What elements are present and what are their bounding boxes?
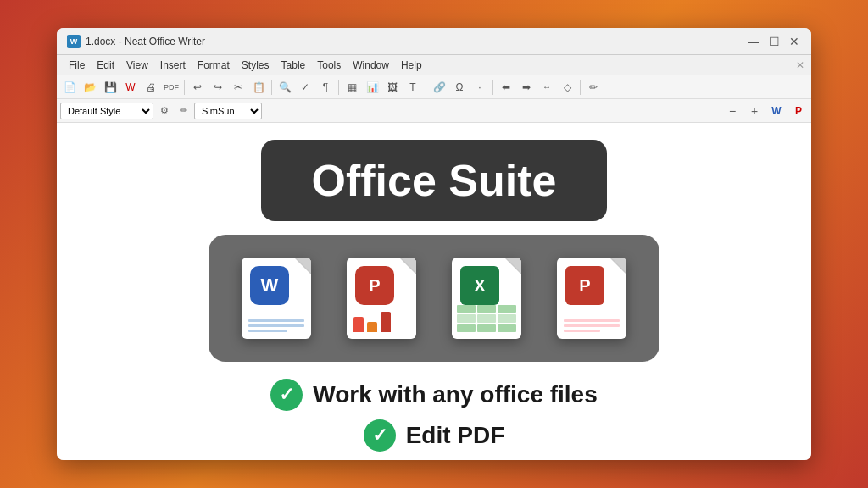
toolbar-main: 📄 📂 💾 W 🖨 PDF ↩ ↪ ✂ 📋 🔍 ✓ ¶ ▦ 📊 🖼 T 🔗 Ω … bbox=[57, 75, 811, 99]
zoom-btn[interactable]: ↔ bbox=[537, 78, 556, 97]
word-icon-btn[interactable]: W bbox=[121, 78, 140, 97]
align-right-btn[interactable]: ➡ bbox=[517, 78, 536, 97]
title-bar: W 1.docx - Neat Office Writer — ☐ ✕ bbox=[57, 28, 811, 55]
word-app-icon[interactable]: W bbox=[234, 252, 319, 345]
sep3 bbox=[338, 80, 339, 95]
office-suite-title: Office Suite bbox=[312, 155, 557, 206]
align-left-btn[interactable]: ⬅ bbox=[497, 78, 515, 97]
ppt-app-icon[interactable]: P bbox=[339, 252, 424, 345]
menu-edit[interactable]: Edit bbox=[92, 58, 120, 73]
content-area: Office Suite W bbox=[57, 123, 811, 460]
style-bar: Default Style ⚙ ✏ SimSun − + W P bbox=[57, 99, 811, 123]
table-btn[interactable]: ▦ bbox=[342, 78, 361, 97]
check-icon-1: ✓ bbox=[270, 379, 303, 411]
menu-insert[interactable]: Insert bbox=[155, 58, 191, 73]
minimize-button[interactable]: — bbox=[747, 35, 760, 48]
close-doc-x[interactable]: ✕ bbox=[796, 59, 804, 71]
menu-styles[interactable]: Styles bbox=[236, 58, 275, 73]
print-btn[interactable]: 🖨 bbox=[142, 78, 160, 97]
zoom-in-btn[interactable]: + bbox=[745, 102, 764, 120]
excel-app-icon[interactable]: X bbox=[444, 252, 529, 345]
window-title: 1.docx - Neat Office Writer bbox=[86, 36, 747, 47]
sep5 bbox=[492, 80, 493, 95]
sep4 bbox=[426, 80, 426, 95]
feature-item-2: ✓ Edit PDF bbox=[364, 419, 505, 452]
style-select[interactable]: Default Style bbox=[60, 103, 153, 119]
style-icon-w[interactable]: W bbox=[767, 102, 786, 120]
pdf-app-icon[interactable]: P bbox=[549, 252, 634, 345]
feature-text-2: Edit PDF bbox=[406, 422, 505, 449]
link-btn[interactable]: 🔗 bbox=[430, 78, 448, 97]
app-icons-container: W P bbox=[209, 235, 659, 362]
sep2 bbox=[271, 80, 272, 95]
text-btn[interactable]: T bbox=[403, 78, 422, 97]
feature-item-1: ✓ Work with any office files bbox=[270, 379, 598, 411]
menu-table[interactable]: Table bbox=[276, 58, 311, 73]
open-btn[interactable]: 📂 bbox=[81, 78, 99, 97]
menu-bar: File Edit View Insert Format Styles Tabl… bbox=[57, 55, 811, 75]
formula-btn[interactable]: · bbox=[470, 78, 489, 97]
app-icon: W bbox=[67, 35, 81, 48]
style-icon1: ⚙ bbox=[157, 103, 172, 119]
style-icon2: ✏ bbox=[175, 103, 191, 119]
cut-btn[interactable]: ✂ bbox=[229, 78, 248, 97]
para-btn[interactable]: ¶ bbox=[316, 78, 335, 97]
check-icon-2: ✓ bbox=[364, 419, 396, 452]
image-btn[interactable]: 🖼 bbox=[383, 78, 402, 97]
copy-btn[interactable]: 📋 bbox=[249, 78, 268, 97]
chart-btn[interactable]: 📊 bbox=[363, 78, 381, 97]
sep1 bbox=[184, 80, 185, 95]
redo-btn[interactable]: ↪ bbox=[209, 78, 227, 97]
zoom-out-btn[interactable]: − bbox=[723, 102, 742, 120]
office-suite-banner: Office Suite bbox=[261, 140, 608, 221]
main-window: W 1.docx - Neat Office Writer — ☐ ✕ File… bbox=[57, 28, 811, 460]
menu-format[interactable]: Format bbox=[192, 58, 235, 73]
window-controls: — ☐ ✕ bbox=[747, 35, 801, 48]
menu-view[interactable]: View bbox=[121, 58, 153, 73]
new-btn[interactable]: 📄 bbox=[60, 78, 79, 97]
font-select[interactable]: SimSun bbox=[194, 103, 262, 119]
omega-btn[interactable]: Ω bbox=[450, 78, 469, 97]
feature-text-1: Work with any office files bbox=[313, 381, 598, 408]
find-btn[interactable]: 🔍 bbox=[275, 78, 294, 97]
spell-btn[interactable]: ✓ bbox=[296, 78, 314, 97]
menu-tools[interactable]: Tools bbox=[312, 58, 346, 73]
pdf-btn[interactable]: PDF bbox=[162, 78, 181, 97]
maximize-button[interactable]: ☐ bbox=[767, 35, 781, 48]
menu-help[interactable]: Help bbox=[396, 58, 427, 73]
draw-btn[interactable]: ✏ bbox=[584, 78, 603, 97]
feature-list: ✓ Work with any office files ✓ Edit PDF bbox=[270, 379, 598, 452]
style-icon-p[interactable]: P bbox=[789, 102, 808, 120]
sep6 bbox=[580, 80, 581, 95]
close-button[interactable]: ✕ bbox=[787, 35, 801, 48]
highlight-btn[interactable]: ◇ bbox=[558, 78, 576, 97]
menu-file[interactable]: File bbox=[64, 58, 90, 73]
undo-btn[interactable]: ↩ bbox=[188, 78, 207, 97]
menu-window[interactable]: Window bbox=[348, 58, 394, 73]
save-btn[interactable]: 💾 bbox=[101, 78, 120, 97]
